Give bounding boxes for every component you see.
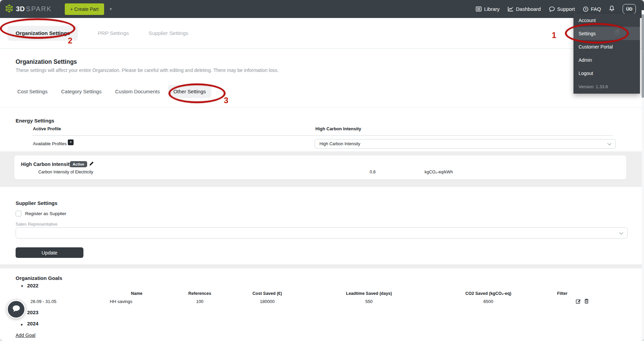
nav-faq-label: FAQ bbox=[591, 6, 601, 12]
subtab-category-settings[interactable]: Category Settings bbox=[56, 85, 107, 98]
goal-row-leadtime-saved: 550 bbox=[365, 299, 373, 304]
chat-widget-button[interactable] bbox=[7, 300, 25, 319]
nav-support[interactable]: Support bbox=[549, 6, 575, 12]
goal-row-name: HH savings bbox=[110, 299, 132, 304]
goal-row-references: 100 bbox=[196, 299, 203, 304]
chevron-down-icon bbox=[607, 141, 611, 145]
brand-text-spark: SPARK bbox=[26, 5, 52, 13]
annotation-number-1: 1 bbox=[552, 31, 556, 40]
edit-goal-icon[interactable] bbox=[576, 299, 581, 305]
goals-header-filter: Filter bbox=[557, 291, 568, 296]
goal-row-co2-saved: 6500 bbox=[484, 299, 493, 304]
support-chat-icon bbox=[549, 6, 555, 12]
menu-item-account[interactable]: Account bbox=[573, 14, 640, 27]
goal-row-cost-saved: 180000 bbox=[260, 299, 274, 304]
caret-down-icon[interactable]: ▾ bbox=[21, 284, 23, 288]
sales-representative-select[interactable] bbox=[16, 227, 628, 239]
brand-logo[interactable]: 3DSPARK bbox=[5, 4, 52, 14]
goals-header-name: Name bbox=[131, 291, 142, 296]
edit-profile-pencil-icon[interactable] bbox=[89, 161, 94, 168]
annotation-number-2: 2 bbox=[68, 36, 72, 45]
active-profile-value: High Carbon Intensity bbox=[315, 126, 361, 131]
top-navbar: 3DSPARK + Create Part ▼ Library Dashboar… bbox=[0, 0, 644, 18]
app-window: 3DSPARK + Create Part ▼ Library Dashboar… bbox=[0, 0, 644, 341]
tab-supplier-settings[interactable]: Supplier Settings bbox=[149, 30, 188, 36]
sales-representative-label: Sales Representative bbox=[16, 222, 58, 227]
caret-right-icon[interactable]: ▸ bbox=[21, 322, 23, 327]
faq-question-icon: ? bbox=[583, 6, 588, 12]
page-title: Organization Settings bbox=[16, 58, 77, 65]
create-part-caret-icon[interactable]: ▼ bbox=[109, 7, 113, 12]
menu-item-logout[interactable]: Logout bbox=[573, 67, 640, 80]
nav-dashboard[interactable]: Dashboard bbox=[508, 6, 541, 12]
tab-prp-settings[interactable]: PRP Settings bbox=[98, 30, 129, 36]
organization-goals-heading: Organization Goals bbox=[16, 275, 62, 281]
subtab-custom-documents[interactable]: Custom Documents bbox=[110, 85, 165, 98]
goal-year-2024[interactable]: 2024 bbox=[27, 321, 38, 326]
annotation-number-3: 3 bbox=[224, 96, 228, 105]
goal-year-2023[interactable]: 2023 bbox=[27, 309, 38, 315]
goals-header-leadtime-saved: Leadtime Saved (days) bbox=[346, 291, 392, 296]
app-version-text: Version: 1.33.6 bbox=[573, 80, 640, 94]
menu-item-admin[interactable]: Admin bbox=[573, 53, 640, 67]
section-divider-band bbox=[0, 264, 644, 268]
add-goal-link[interactable]: Add Goal bbox=[16, 333, 35, 338]
section-divider bbox=[0, 108, 644, 108]
vertical-scrollbar[interactable] bbox=[642, 10, 644, 341]
goals-header-references: References bbox=[188, 291, 211, 296]
library-icon bbox=[476, 6, 482, 12]
navbar-right-group: Library Dashboard Support ? FAQ bbox=[476, 4, 639, 14]
carbon-intensity-label: Carbon Intensity of Electricity bbox=[38, 170, 93, 174]
user-avatar-button[interactable]: ÜD bbox=[623, 4, 636, 14]
main-tabbar: Organization Settings PRP Settings Suppl… bbox=[0, 18, 644, 49]
svg-text:?: ? bbox=[585, 7, 587, 11]
profile-select-value: High Carbon Intensity bbox=[315, 141, 360, 146]
nav-dashboard-label: Dashboard bbox=[516, 6, 541, 12]
create-part-button[interactable]: + Create Part bbox=[65, 3, 104, 15]
goal-row-actions bbox=[576, 299, 589, 305]
brand-text-3d: 3D bbox=[16, 5, 25, 13]
goals-header-co2-saved: CO2 Saved (kgCO₂-eq) bbox=[465, 291, 511, 296]
available-profiles-label: Available Profiles bbox=[33, 141, 66, 146]
active-profile-label: Active Profile bbox=[33, 126, 61, 131]
add-profile-button[interactable]: + bbox=[68, 139, 74, 145]
mouse-cursor-hand-icon: ☝ bbox=[614, 27, 620, 37]
goal-row-period: 26.09 - 31.05 bbox=[31, 299, 57, 304]
chat-bubble-icon bbox=[12, 305, 21, 314]
register-supplier-label: Register as Supplier bbox=[25, 211, 66, 216]
goals-header-cost-saved: Cost Saved (€) bbox=[253, 291, 282, 296]
active-profile-card bbox=[14, 155, 626, 179]
supplier-settings-heading: Supplier Settings bbox=[16, 200, 57, 206]
nav-library[interactable]: Library bbox=[476, 6, 500, 12]
nav-support-label: Support bbox=[557, 6, 575, 12]
carbon-intensity-value: 0.8 bbox=[370, 170, 375, 174]
tab-organization-settings[interactable]: Organization Settings bbox=[7, 26, 78, 41]
nav-faq[interactable]: ? FAQ bbox=[583, 6, 601, 12]
dashboard-chart-icon bbox=[508, 6, 513, 12]
settings-subtabs: Cost Settings Category Settings Custom D… bbox=[12, 85, 211, 98]
row-divider bbox=[32, 135, 613, 136]
subtab-cost-settings[interactable]: Cost Settings bbox=[12, 85, 53, 98]
register-supplier-checkbox[interactable] bbox=[16, 211, 21, 216]
page-description: These settings will affect your entire O… bbox=[16, 68, 278, 73]
menu-item-settings[interactable]: Settings bbox=[573, 27, 640, 40]
menu-item-customer-portal[interactable]: Customer Portal bbox=[573, 40, 640, 53]
scrollbar-thumb[interactable] bbox=[642, 14, 644, 98]
chevron-down-icon bbox=[619, 230, 623, 234]
delete-goal-icon[interactable] bbox=[584, 299, 589, 305]
update-button[interactable]: Update bbox=[16, 247, 83, 258]
profile-select[interactable]: High Carbon Intensity bbox=[315, 139, 616, 149]
energy-settings-heading: Energy Settings bbox=[16, 118, 54, 124]
active-status-badge: Active bbox=[70, 161, 87, 167]
notifications-bell-icon[interactable] bbox=[609, 5, 614, 13]
spark-logo-icon bbox=[5, 4, 14, 14]
carbon-intensity-unit: kgCO₂-eq/kWh bbox=[425, 170, 453, 174]
profile-card-name: High Carbon Intensity bbox=[21, 162, 72, 167]
goal-year-2022[interactable]: 2022 bbox=[27, 283, 38, 288]
nav-library-label: Library bbox=[484, 6, 500, 12]
user-dropdown-menu: Account Settings Customer Portal Admin L… bbox=[573, 14, 640, 94]
subtab-other-settings[interactable]: Other Settings bbox=[168, 85, 211, 98]
